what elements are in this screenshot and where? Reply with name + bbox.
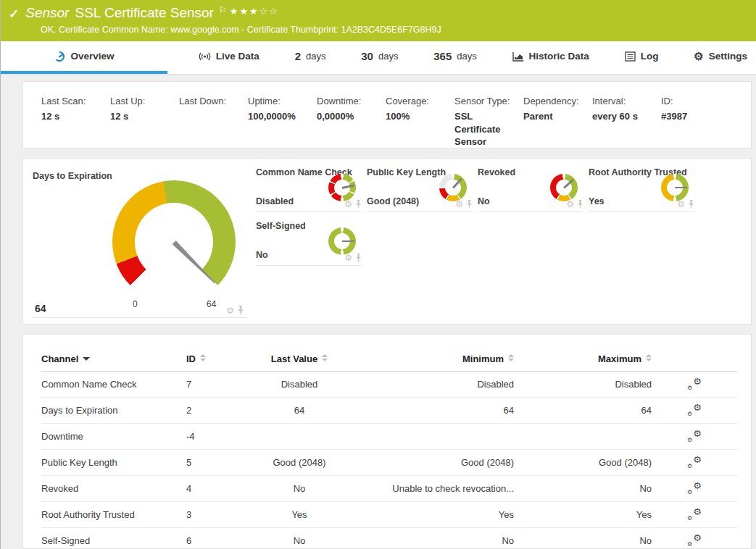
gauge-tile-self-signed: Self-Signed No ⚙ [256, 221, 362, 266]
column-label: ID [186, 353, 196, 364]
gauge-current-value: Disabled [256, 196, 294, 206]
cell-channel: Root Authority Trusted [41, 502, 186, 528]
cell-maximum: No [514, 528, 652, 549]
info-item-sensor-type: Sensor Type: SSL Certificate Sensor [454, 96, 523, 148]
cell-minimum: 64 [360, 398, 514, 424]
common-name-check-gauge [328, 174, 356, 201]
cell-minimum: Unable to check revocation... [360, 476, 514, 502]
tab-label: Overview [70, 51, 114, 62]
gauge-settings-gear-icon[interactable]: ⚙ [226, 306, 234, 315]
cell-minimum [360, 424, 514, 450]
gauge-pin-icon[interactable] [466, 200, 473, 209]
gauge-settings-gear-icon[interactable]: ⚙ [344, 200, 352, 209]
tab-settings[interactable]: ⚙Settings [689, 41, 752, 74]
live-data-icon [199, 51, 211, 62]
gauge-current-value: Yes [589, 196, 605, 206]
channel-settings-gears-icon[interactable]: ⚙⚙ [687, 403, 702, 415]
cell-minimum: Yes [360, 502, 514, 528]
gauge-pin-icon[interactable] [237, 306, 244, 315]
star-empty-icon[interactable]: ☆ [269, 6, 279, 17]
column-header-maximum[interactable]: Maximum [514, 349, 652, 372]
info-item-last-scan: Last Scan: 12 s [41, 96, 110, 148]
page-title: SSL Certificate Sensor [75, 5, 214, 21]
gauges-panel: Days to Expiration 0 64 64 ⚙ Common Name… [22, 158, 752, 324]
channel-settings-gears-icon[interactable]: ⚙⚙ [687, 508, 702, 519]
info-value: 100,0000% [248, 110, 312, 123]
tab-overview[interactable]: Overview [1, 41, 167, 74]
sort-desc-icon [83, 357, 90, 361]
channel-settings-gears-icon[interactable]: ⚙⚙ [687, 429, 702, 441]
sort-icon [646, 354, 652, 361]
cell-id: 2 [186, 398, 238, 424]
channel-settings-gears-icon[interactable]: ⚙⚙ [687, 534, 702, 545]
cell-last-value: No [238, 528, 360, 549]
star-filled-icon[interactable]: ★ [239, 6, 249, 17]
gauge-settings-gear-icon[interactable]: ⚙ [677, 200, 685, 209]
table-row-root-authority-trusted: Root Authority Trusted 3 Yes Yes Yes ⚙⚙ [41, 502, 737, 528]
flag-icon[interactable]: ⚐ [219, 5, 227, 15]
column-header-minimum[interactable]: Minimum [360, 349, 514, 372]
gauge-pin-icon[interactable] [688, 200, 694, 209]
info-label: Downtime: [317, 96, 381, 106]
channel-settings-gears-icon[interactable]: ⚙⚙ [687, 482, 702, 493]
column-header-last-value[interactable]: Last Value [238, 349, 360, 372]
tab-number: 2 [295, 50, 301, 62]
public-key-length-gauge [439, 174, 467, 201]
star-empty-icon[interactable]: ☆ [259, 6, 270, 17]
cell-channel: Self-Signed [41, 528, 186, 549]
log-icon [625, 51, 636, 62]
days-to-expiration-gauge [112, 180, 236, 303]
column-label: Channel [41, 353, 78, 364]
gauge-settings-gear-icon[interactable]: ⚙ [344, 253, 352, 262]
star-filled-icon[interactable]: ★ [249, 6, 259, 17]
sort-icon [322, 354, 328, 361]
cell-maximum: No [514, 476, 652, 502]
info-label: ID: [661, 96, 726, 106]
tab-log[interactable]: Log [620, 41, 663, 74]
gauge-pin-icon[interactable] [355, 200, 362, 209]
table-row-revoked: Revoked 4 No Unable to check revocation.… [41, 476, 737, 502]
cell-channel: Public Key Length [41, 450, 186, 476]
channel-settings-gears-icon[interactable]: ⚙⚙ [687, 377, 702, 389]
check-icon: ✓ [9, 7, 19, 22]
info-value: Parent [523, 110, 588, 123]
info-value: 12 s [110, 110, 175, 123]
table-row-common-name-check: Common Name Check 7 Disabled Disabled Di… [41, 372, 737, 398]
table-row-days-to-expiration: Days to Expiration 2 64 64 64 ⚙⚙ [41, 398, 737, 424]
cell-last-value: Disabled [238, 372, 360, 398]
tab-historic-data[interactable]: Historic Data [508, 41, 594, 74]
info-value: #3987 [661, 110, 726, 123]
tab-2-days[interactable]: 2days [291, 41, 331, 74]
gauge-current-value: No [478, 196, 490, 206]
info-item-dependency: Dependency: Parent [523, 96, 592, 148]
tab-30-days[interactable]: 30days [357, 41, 402, 74]
gauge-pin-icon[interactable] [355, 253, 362, 262]
sort-icon [200, 354, 206, 361]
info-value: SSL Certificate Sensor [454, 110, 519, 148]
gauge-scale-min: 0 [133, 299, 138, 309]
gauge-settings-gear-icon[interactable]: ⚙ [566, 200, 574, 209]
gauge-pin-icon[interactable] [577, 200, 583, 209]
gauge-current-value: 64 [35, 303, 46, 314]
sensor-info-strip: Last Scan: 12 sLast Up: 12 sLast Down: U… [22, 81, 752, 148]
column-header-id[interactable]: ID [186, 349, 238, 372]
column-label: Maximum [598, 353, 641, 364]
priority-stars[interactable]: ★★★☆☆ [230, 6, 279, 17]
column-header-channel[interactable]: Channel [41, 349, 186, 372]
cell-id: 6 [186, 528, 238, 549]
cell-last-value: No [238, 476, 360, 502]
tab-365-days[interactable]: 365days [429, 41, 481, 74]
info-label: Uptime: [248, 96, 312, 106]
channel-settings-gears-icon[interactable]: ⚙⚙ [687, 456, 702, 467]
cell-last-value: Good (2048) [238, 450, 360, 476]
gauge-current-value: No [256, 250, 268, 260]
cell-id: 5 [186, 450, 238, 476]
gauge-scale-max: 64 [207, 299, 216, 309]
info-label: Last Up: [110, 96, 175, 106]
cell-channel: Common Name Check [41, 372, 186, 398]
info-item-id: ID: #3987 [661, 96, 730, 148]
tab-live-data[interactable]: Live Data [194, 41, 264, 74]
star-filled-icon[interactable]: ★ [230, 6, 240, 17]
gauge-settings-gear-icon[interactable]: ⚙ [455, 200, 463, 209]
gauge-tile-revoked: Revoked No ⚙ [478, 167, 583, 212]
